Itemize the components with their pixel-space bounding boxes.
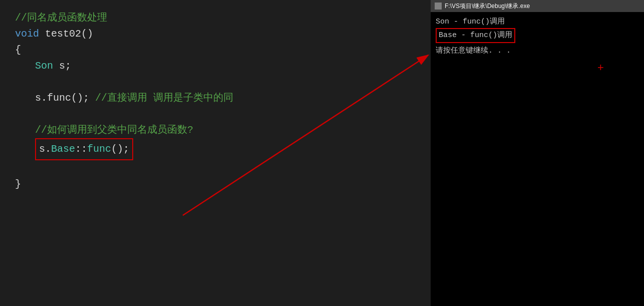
terminal-content: Son - func()调用 Base - func()调用 请按任意键继续. …	[431, 12, 644, 306]
code-line-func-decl: void test02()	[15, 26, 416, 42]
code-line-son-decl: Son s;	[15, 58, 416, 74]
terminal-panel: F:\VS项目\继承\Debug\继承.exe Son - func()调用 B…	[431, 0, 644, 306]
terminal-line-press: 请按任意键继续. . .	[436, 45, 639, 57]
code-line-empty1	[15, 74, 416, 90]
terminal-line-son: Son - func()调用	[436, 16, 639, 28]
code-line-brace-close: }	[15, 176, 416, 192]
code-line-empty2	[15, 106, 416, 122]
code-line-brace-open: {	[15, 42, 416, 58]
code-line-empty3	[15, 160, 416, 176]
code-line-comment1: //同名成员函数处理	[15, 10, 416, 26]
red-cross-marker: +	[597, 62, 604, 75]
terminal-line-base: Base - func()调用	[436, 28, 515, 43]
terminal-title: F:\VS项目\继承\Debug\继承.exe	[445, 2, 530, 11]
terminal-icon	[435, 3, 442, 10]
terminal-titlebar: F:\VS项目\继承\Debug\继承.exe	[431, 0, 644, 12]
code-line-comment2: //如何调用到父类中同名成员函数?	[15, 122, 416, 138]
code-editor-panel: //同名成员函数处理 void test02() { Son s; s.func…	[0, 0, 431, 306]
code-line-sfunc: s.func(); //直接调用 调用是子类中的同	[15, 90, 416, 106]
code-line-base-call: s.Base::func();	[35, 138, 133, 160]
